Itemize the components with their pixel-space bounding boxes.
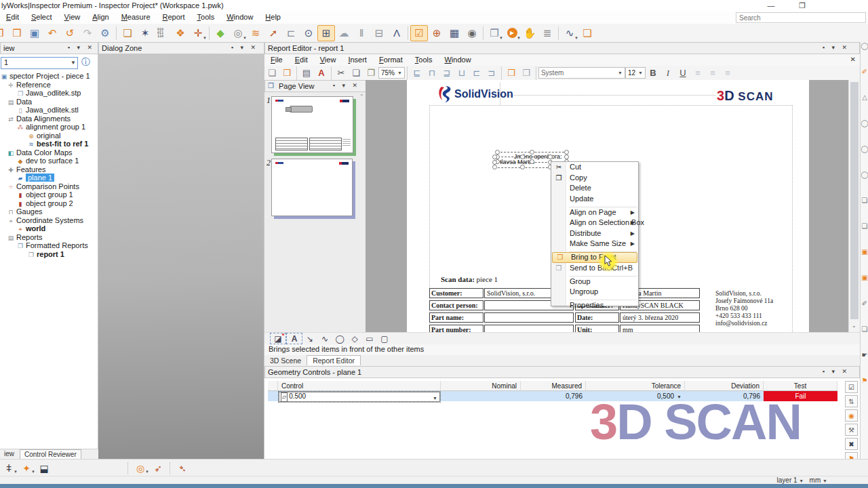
tree-item[interactable]: ⊛original: [0, 131, 98, 140]
minimize-button[interactable]: —: [761, 1, 781, 10]
tree-item[interactable]: ⌖world: [0, 224, 98, 233]
col-tolerance[interactable]: Tolerance: [586, 381, 685, 391]
snapshot-icon[interactable]: ❏: [861, 222, 868, 248]
tree-panel-controls[interactable]: ▪ ▾ ✕: [68, 44, 95, 51]
menu-window[interactable]: Window: [220, 12, 259, 22]
tree-item[interactable]: ⌖Coordinate Systems: [0, 216, 98, 225]
tree-item[interactable]: ❒Jawa_odlitek.stp: [0, 89, 98, 98]
report-menu-file[interactable]: File: [264, 54, 289, 65]
play-icon[interactable]: ▶▼: [503, 25, 521, 41]
bold-icon[interactable]: B: [646, 67, 660, 79]
tab-report-editor[interactable]: Report Editor: [307, 355, 361, 365]
cube-icon[interactable]: ◆: [212, 25, 229, 41]
page-thumbnail-1[interactable]: [271, 96, 353, 153]
menu-help[interactable]: Help: [259, 12, 287, 22]
bring-to-front-icon[interactable]: ❒: [504, 67, 519, 79]
pointer-icon[interactable]: ☛: [861, 351, 868, 377]
font-size-combo[interactable]: 12▼: [625, 67, 646, 79]
measure-icon[interactable]: ◎▼: [229, 25, 247, 41]
context-item-make-same-size[interactable]: Make Same Size▶: [551, 239, 638, 249]
layer-selector[interactable]: layer 1: [777, 476, 797, 484]
tab-3d-scene[interactable]: 3D Scene: [264, 356, 307, 365]
device-axes-icon[interactable]: ➴: [174, 462, 191, 475]
align-right-objects-icon[interactable]: ⊒: [439, 67, 454, 79]
pdf-export-icon[interactable]: A: [314, 67, 329, 79]
curve-tool-icon[interactable]: ∿: [317, 333, 332, 344]
report-menu-edit[interactable]: Edit: [289, 54, 314, 65]
tree-item[interactable]: ▰plane 1: [0, 174, 98, 182]
align-text-left-icon[interactable]: ≡: [690, 67, 705, 79]
targets-icon[interactable]: ◎▼: [132, 462, 149, 475]
tolerance-cell[interactable]: 0,500▼: [586, 391, 685, 401]
scroll-up-icon[interactable]: ⌃: [359, 94, 364, 100]
report-menu-view[interactable]: View: [314, 54, 342, 65]
col-deviation[interactable]: Deviation: [685, 381, 764, 391]
context-item-update[interactable]: Update: [551, 194, 638, 205]
menu-align[interactable]: Align: [86, 12, 115, 22]
selection-handle[interactable]: [548, 155, 553, 159]
tree-item[interactable]: ▣spector Project - piece 1: [0, 72, 98, 81]
chart-icon[interactable]: ∿▼: [561, 25, 578, 41]
paste-icon[interactable]: ❐: [363, 67, 378, 79]
context-item-properties[interactable]: Properties: [551, 300, 638, 311]
view-icon[interactable]: ◯: [861, 145, 868, 171]
col-control[interactable]: Control: [278, 381, 441, 391]
context-item-send-to-back[interactable]: ❒Send to BackCtrl+B: [551, 263, 638, 274]
zoom-a1-icon[interactable]: ⊙: [300, 25, 317, 41]
selection-handle[interactable]: [492, 165, 497, 169]
left-tab-control-reviewer[interactable]: Control Reviewer: [20, 449, 81, 459]
copy-icon[interactable]: ❏: [349, 67, 363, 79]
align-star-icon[interactable]: ✶: [136, 25, 154, 41]
col-measured[interactable]: Measured: [521, 381, 586, 391]
checklist-icon[interactable]: ☑: [410, 25, 428, 41]
macro-list-icon[interactable]: ≣: [538, 25, 556, 41]
tree-item[interactable]: ◧Data Color Maps: [0, 148, 98, 157]
report-menu-tools[interactable]: Tools: [409, 54, 439, 65]
mask-icon[interactable]: ❖: [172, 25, 189, 41]
font-combo[interactable]: System▼: [538, 67, 625, 79]
geometry-controls-buttons[interactable]: ▪ ▾ ✕: [823, 368, 850, 375]
italic-icon[interactable]: I: [660, 67, 675, 79]
tree-item[interactable]: ✚Features: [0, 165, 98, 174]
tree-item[interactable]: ⁘Comparison Points: [0, 182, 98, 191]
undo-all-icon[interactable]: ↺: [61, 25, 79, 41]
tree-item[interactable]: ✛Reference: [0, 81, 98, 89]
annotate-icon[interactable]: ✐: [861, 68, 868, 94]
context-item-delete[interactable]: Delete: [551, 183, 638, 194]
cut-icon[interactable]: ✂: [334, 67, 349, 79]
chevron-down-icon[interactable]: ▼: [677, 394, 682, 399]
tree-item[interactable]: ❐Formatted Reports: [0, 241, 98, 250]
report-menu-window[interactable]: Window: [438, 54, 477, 65]
context-item-distribute[interactable]: Distribute▶: [551, 228, 638, 239]
tree-item[interactable]: ◆dev to surface 1: [0, 157, 98, 165]
report-menu-insert[interactable]: Insert: [342, 54, 373, 65]
page-view-controls[interactable]: ▪ ▾ ✕: [333, 82, 360, 89]
tree-filter-combo[interactable]: 1 ▼: [1, 57, 78, 69]
align-middle-objects-icon[interactable]: ⊓: [425, 67, 439, 79]
maximize-button[interactable]: ❐: [792, 1, 812, 10]
open-workspace-icon[interactable]: ❒: [0, 25, 8, 41]
chevron-down-icon[interactable]: ▼: [203, 36, 207, 40]
delete-control-icon[interactable]: ✖: [845, 438, 858, 450]
send-to-back-icon[interactable]: ❒: [519, 67, 534, 79]
row-selector[interactable]: [268, 391, 278, 401]
digital-values-icon[interactable]: 010 011 110: [154, 25, 172, 41]
selection-handle[interactable]: [520, 165, 525, 169]
report-editor-controls[interactable]: ▪ ▾ ✕: [823, 44, 850, 51]
probe-icon[interactable]: ➚: [264, 25, 282, 41]
table-icon[interactable]: ▦: [446, 25, 463, 41]
selection-handle[interactable]: [492, 155, 497, 159]
selection-handle[interactable]: [564, 150, 569, 155]
new-report-icon[interactable]: ❏: [264, 67, 279, 79]
cloud-icon[interactable]: ☁: [335, 25, 353, 41]
menu-report[interactable]: Report: [157, 12, 191, 22]
underline-icon[interactable]: U: [675, 67, 690, 79]
context-item-bring-to-front[interactable]: ❒Bring to Front: [552, 252, 637, 263]
selection-handle[interactable]: [564, 155, 569, 159]
unit-selector[interactable]: mm: [810, 476, 821, 484]
context-item-ungroup[interactable]: Ungroup: [551, 287, 638, 298]
context-item-align-on-page[interactable]: Align on Page▶: [551, 207, 638, 218]
control-combo[interactable]: ▱0.500 ▼: [279, 392, 440, 402]
search-input[interactable]: [736, 13, 864, 22]
animation-icon[interactable]: ⬓: [35, 462, 53, 475]
